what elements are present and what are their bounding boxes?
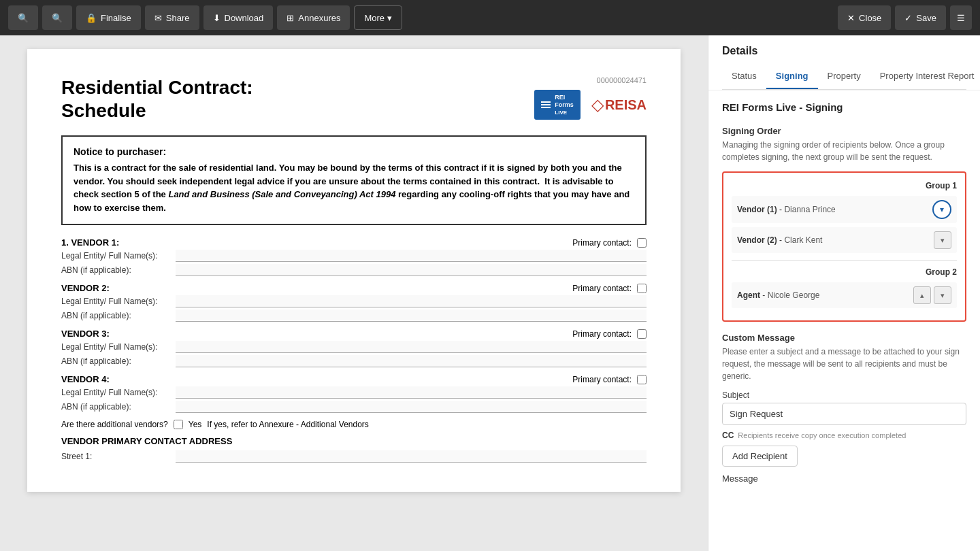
grid-icon: ⊞ — [287, 13, 294, 23]
recipient-vendor2: Vendor (2) - Clark Kent ▾ — [732, 227, 957, 253]
primary-contact-section: VENDOR PRIMARY CONTACT ADDRESS — [61, 436, 647, 446]
vendor-2-section: VENDOR 2: Primary contact: Legal Entity/… — [61, 283, 647, 322]
custom-message-section: Custom Message Please enter a subject an… — [722, 333, 966, 484]
search-icon-1: 🔍 — [18, 13, 29, 23]
vendor2-move-down-button[interactable]: ▾ — [934, 231, 951, 249]
vendor2-primary-checkbox[interactable] — [637, 284, 647, 293]
search-icon-2: 🔍 — [52, 13, 63, 23]
check-icon: ✓ — [904, 13, 912, 23]
vendor3-primary-checkbox[interactable] — [637, 329, 647, 339]
doc-header: Residential Contract: Schedule 000000024… — [61, 76, 647, 122]
signing-order-box: Group 1 Vendor (1) - Dianna Prince ▾ Ven… — [722, 171, 966, 322]
vendor2-entity-input[interactable] — [176, 295, 647, 307]
download-button[interactable]: ⬇ Download — [203, 5, 274, 30]
hamburger-icon: ☰ — [957, 13, 965, 23]
lock-icon: 🔒 — [86, 13, 97, 23]
recipient-vendor1: Vendor (1) - Dianna Prince ▾ — [732, 196, 957, 223]
tab-property[interactable]: Property — [818, 64, 870, 89]
group1-header: Group 1 — [732, 181, 957, 190]
agent-move-down-button[interactable]: ▾ — [934, 286, 951, 304]
tab-pir[interactable]: Property Interest Report — [870, 64, 980, 89]
document-paper: Residential Contract: Schedule 000000024… — [27, 49, 681, 492]
tab-status[interactable]: Status — [722, 64, 766, 89]
vendor1-primary-checkbox[interactable] — [637, 238, 647, 248]
vendor3-entity-input[interactable] — [176, 341, 647, 353]
sidebar-header: Details Status Signing Property Property… — [708, 35, 980, 90]
vendor3-abn-input[interactable] — [176, 355, 647, 367]
share-button[interactable]: ✉ Share — [145, 5, 199, 30]
street1-row: Street 1: — [61, 450, 647, 463]
share-icon: ✉ — [154, 13, 162, 23]
vendor2-abn-input[interactable] — [176, 310, 647, 322]
additional-vendors-checkbox[interactable] — [174, 420, 183, 429]
close-button[interactable]: ✕ Close — [838, 5, 891, 30]
vendor4-entity-input[interactable] — [176, 386, 647, 399]
recipient-agent: Agent - Nicole George ▴ ▾ — [732, 282, 957, 308]
vendor1-move-down-button[interactable]: ▾ — [932, 200, 951, 219]
document-area: Residential Contract: Schedule 000000024… — [0, 35, 708, 551]
rei-forms-logo: REIFormsLIVE — [534, 90, 581, 120]
subject-label: Subject — [722, 390, 966, 400]
reisa-logo: ◇ REISA — [591, 95, 647, 114]
annexures-button[interactable]: ⊞ Annexures — [277, 5, 350, 30]
signing-order-desc: Managing the signing order of recipients… — [722, 139, 966, 163]
signing-order-title: Signing Order — [722, 126, 966, 136]
search-button-2[interactable]: 🔍 — [42, 5, 72, 30]
notice-box: Notice to purchaser: This is a contract … — [61, 135, 647, 225]
signing-section-title: REI Forms Live - Signing — [722, 101, 966, 113]
doc-id: 000000024471 — [597, 76, 647, 84]
sidebar-body: REI Forms Live - Signing Signing Order M… — [708, 90, 980, 551]
custom-message-desc: Please enter a subject and a message to … — [722, 346, 966, 382]
close-icon: ✕ — [847, 13, 855, 23]
toolbar: 🔍 🔍 🔒 Finalise ✉ Share ⬇ Download ⊞ Anne… — [0, 0, 980, 35]
search-button-1[interactable]: 🔍 — [8, 5, 38, 30]
details-title: Details — [722, 45, 966, 57]
tab-signing[interactable]: Signing — [766, 64, 818, 89]
finalise-button[interactable]: 🔒 Finalise — [76, 5, 141, 30]
group2-header: Group 2 — [732, 267, 957, 277]
menu-button[interactable]: ☰ — [950, 5, 972, 30]
download-icon: ⬇ — [213, 13, 220, 23]
doc-title: Residential Contract: Schedule — [61, 76, 253, 122]
street1-input[interactable] — [176, 450, 647, 463]
chevron-down-icon: ▾ — [387, 13, 392, 23]
vendor4-abn-input[interactable] — [176, 401, 647, 413]
more-button[interactable]: More ▾ — [354, 5, 402, 30]
vendor4-primary-checkbox[interactable] — [637, 375, 647, 384]
agent-move-up-button[interactable]: ▴ — [913, 286, 931, 304]
save-button[interactable]: ✓ Save — [895, 5, 946, 30]
group-divider — [732, 260, 957, 261]
vendor-1-section: 1. VENDOR 1: Primary contact: Legal Enti… — [61, 237, 647, 276]
main-layout: Residential Contract: Schedule 000000024… — [0, 35, 980, 551]
subject-input[interactable] — [722, 403, 966, 425]
additional-vendors-row: Are there additional vendors? Yes If yes… — [61, 420, 647, 429]
cc-row: CC Recipients receive copy once executio… — [722, 431, 966, 440]
sidebar: Details Status Signing Property Property… — [708, 35, 980, 551]
vendor-3-section: VENDOR 3: Primary contact: Legal Entity/… — [61, 329, 647, 367]
toolbar-right: ✕ Close ✓ Save ☰ — [838, 5, 972, 30]
vendor-4-section: VENDOR 4: Primary contact: Legal Entity/… — [61, 374, 647, 413]
custom-message-title: Custom Message — [722, 333, 966, 343]
message-label: Message — [722, 473, 966, 484]
sidebar-tabs: Status Signing Property Property Interes… — [722, 64, 966, 90]
vendor1-abn-input[interactable] — [176, 264, 647, 276]
vendor1-entity-input[interactable] — [176, 250, 647, 262]
add-recipient-button[interactable]: Add Recipient — [722, 446, 798, 467]
